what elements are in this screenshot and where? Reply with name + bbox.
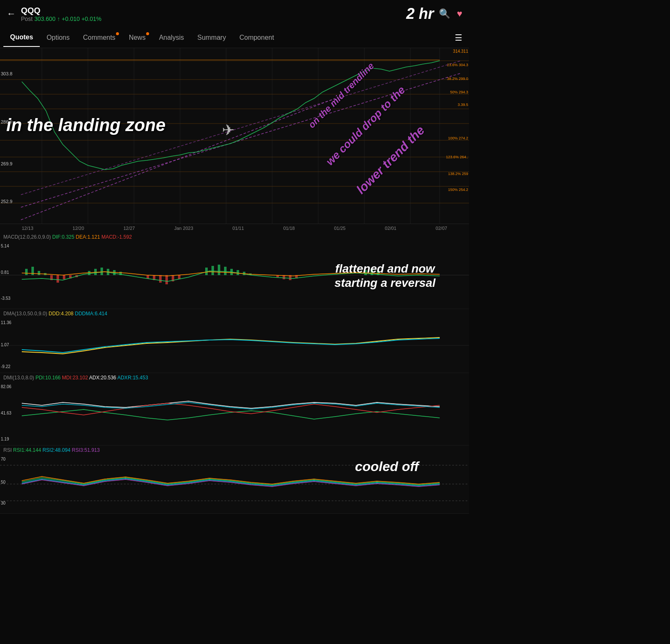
fib-339: 3.39.5 — [458, 103, 468, 107]
dmi-svg — [0, 382, 469, 445]
ticker-symbol: QQQ — [21, 6, 398, 15]
rsi-section: RSI RSI1:44.144 RSI2:48.094 RSI3:51.913 … — [0, 446, 469, 514]
ticker-info: QQQ Post 303.600 ↑ +0.010 +0.01% — [21, 6, 398, 22]
heart-icon[interactable]: ♥ — [457, 8, 462, 19]
macd-chart: 5.14 0.81 -3.53 — [0, 242, 469, 309]
price-label-303: 303.8 — [1, 71, 13, 76]
ticker-price-line: Post 303.600 ↑ +0.010 +0.01% — [21, 15, 398, 22]
price-change-pct: +0.01% — [81, 15, 101, 22]
dmi-header: DMI(13.0,8.0) PDI:10.166 MDI:23.102 ADX:… — [0, 373, 469, 382]
menu-button[interactable]: ☰ — [451, 28, 466, 48]
news-dot — [146, 32, 149, 35]
date-1213: 12/13 — [22, 226, 34, 231]
dma-high: 11.36 — [1, 320, 11, 325]
svg-rect-30 — [57, 275, 59, 283]
dma-section: DMA(13.0,50.0,9.0) DDD:4.208 DDDMA:6.414… — [0, 309, 469, 373]
chart-svg — [0, 48, 469, 224]
svg-rect-26 — [31, 267, 34, 275]
svg-rect-43 — [165, 275, 168, 284]
dmi-mid: 41.63 — [1, 411, 11, 415]
rsi-chart: 70 50 30 cooled off — [0, 455, 469, 513]
svg-rect-48 — [218, 265, 220, 275]
main-chart: 303.8 286.9 269.9 252.9 314.311 23.6% 30… — [0, 48, 469, 224]
macd-mid: 0.81 — [1, 270, 9, 275]
fib-138: 138.2% 259 — [448, 172, 468, 176]
price-prefix: Post — [21, 15, 33, 22]
header-icons: 🔍 ♥ — [439, 8, 462, 19]
fib-314: 314.311 — [453, 49, 468, 54]
dmi-chart: 82.06 41.63 1.19 — [0, 382, 469, 445]
date-0125: 01/25 — [334, 226, 346, 231]
fib-100: 100% 274.2 — [448, 136, 468, 140]
price-change-abs: +0.010 — [62, 15, 80, 22]
svg-rect-25 — [25, 269, 28, 275]
back-button[interactable]: ← — [7, 8, 16, 19]
price-label-269: 269.9 — [1, 161, 13, 166]
svg-rect-40 — [147, 275, 149, 278]
dma-low: -9.22 — [1, 364, 10, 369]
date-axis: 12/13 12/20 12/27 Jan 2023 01/11 01/18 0… — [0, 224, 469, 232]
svg-rect-36 — [100, 268, 103, 275]
tab-comments[interactable]: Comments — [76, 29, 122, 46]
dma-header: DMA(13.0,50.0,9.0) DDD:4.208 DDDMA:6.414 — [0, 309, 469, 318]
price-value: 303.600 — [34, 15, 56, 22]
fib-50: 50% 294.3 — [450, 90, 468, 94]
date-1220: 12/20 — [72, 226, 84, 231]
date-0118: 01/18 — [283, 226, 295, 231]
dma-chart: 11.36 1.07 -9.22 — [0, 318, 469, 373]
macd-section: MACD(12.0,26.0,9.0) DIF:0.325 DEA:1.121 … — [0, 232, 469, 309]
fib-150: 150% 254.2 — [448, 188, 468, 192]
tab-summary[interactable]: Summary — [191, 29, 232, 46]
dmi-section: DMI(13.0,8.0) PDI:10.166 MDI:23.102 ADX:… — [0, 373, 469, 446]
macd-annotation: flattened and now starting a reversal — [335, 262, 436, 290]
fib-123: 123.6% 264.. — [446, 155, 468, 159]
tab-news[interactable]: News — [122, 29, 152, 46]
price-label-252: 252.9 — [1, 199, 13, 204]
price-arrow: ↑ — [57, 15, 60, 22]
svg-rect-27 — [38, 271, 40, 275]
macd-low: -3.53 — [1, 296, 10, 301]
price-levels-right: 314.311 23.6% 304.3 38.2% 299.0 50% 294.… — [439, 48, 469, 224]
dma-mid: 1.07 — [1, 343, 9, 347]
macd-high: 5.14 — [1, 244, 9, 248]
tab-quotes[interactable]: Quotes — [3, 28, 40, 47]
dma-svg — [0, 318, 469, 373]
svg-rect-49 — [224, 267, 227, 275]
svg-rect-42 — [159, 275, 162, 283]
macd-header: MACD(12.0,26.0,9.0) DIF:0.325 DEA:1.121 … — [0, 232, 469, 242]
time-frame-label: 2 hr — [406, 5, 434, 23]
date-0201: 02/01 — [385, 226, 397, 231]
rsi-50: 50 — [1, 480, 5, 484]
fib-38: 38.2% 299.0 — [447, 77, 468, 81]
header: ← QQQ Post 303.600 ↑ +0.010 +0.01% 2 hr … — [0, 0, 469, 28]
date-0207: 02/07 — [436, 226, 447, 231]
cooled-off-annotation: cooled off — [355, 459, 419, 474]
airplane-icon: ✈ — [222, 121, 234, 139]
search-icon[interactable]: 🔍 — [439, 8, 450, 19]
date-0111: 01/11 — [232, 226, 244, 231]
svg-rect-31 — [63, 275, 65, 279]
rsi-30: 30 — [1, 501, 5, 505]
date-jan2023: Jan 2023 — [174, 226, 193, 231]
landing-zone-annotation: in the landing zone — [6, 115, 165, 135]
fib-23: 23.6% 304.3 — [447, 63, 468, 67]
tab-analysis[interactable]: Analysis — [152, 29, 191, 46]
svg-rect-47 — [211, 266, 214, 275]
rsi-header: RSI RSI1:44.144 RSI2:48.094 RSI3:51.913 — [0, 446, 469, 455]
date-1227: 12/27 — [124, 226, 135, 231]
tab-options[interactable]: Options — [40, 29, 76, 46]
nav-tabs: Quotes Options Comments News Analysis Su… — [0, 28, 469, 48]
tab-component[interactable]: Component — [233, 29, 281, 46]
comments-dot — [116, 32, 119, 35]
rsi-70: 70 — [1, 457, 5, 461]
dmi-low: 1.19 — [1, 437, 9, 441]
dmi-high: 82.06 — [1, 384, 11, 389]
price-levels-left: 303.8 286.9 269.9 252.9 — [0, 48, 22, 224]
